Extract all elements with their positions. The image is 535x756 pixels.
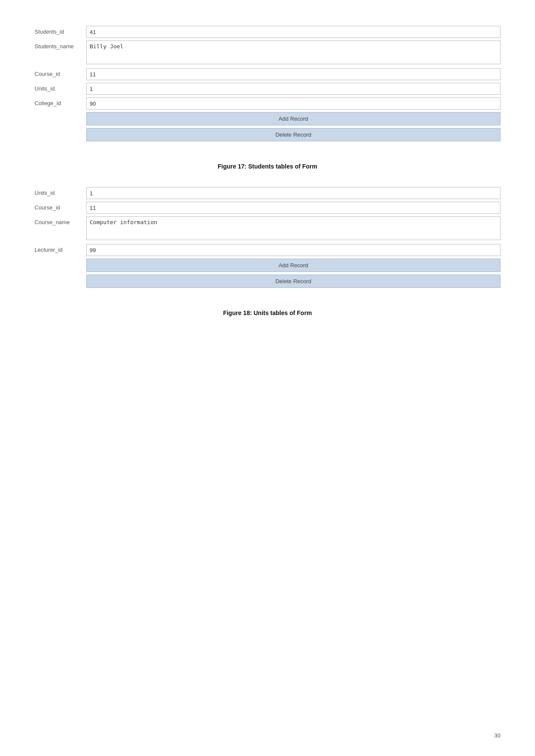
course-id-1-label: Course_id	[34, 68, 86, 77]
college-id-input-wrap	[86, 97, 501, 109]
add-record-1-button[interactable]: Add Record	[86, 112, 501, 125]
students-name-row: Students_name Billy Joel	[34, 41, 501, 66]
lecturer-id-input-wrap	[86, 244, 501, 256]
course-id-2-label: Course_id	[34, 202, 86, 211]
units-id-1-row: Units_id	[34, 83, 501, 95]
delete-record-1-button[interactable]: Delete Record	[86, 128, 501, 141]
students-name-input[interactable]: Billy Joel	[86, 41, 501, 64]
units-id-1-label: Units_id	[34, 83, 86, 92]
units-id-1-input[interactable]	[86, 83, 501, 95]
delete-record-1-row: Delete Record	[34, 128, 501, 141]
units-id-2-row: Units_id	[34, 187, 501, 199]
delete-record-2-spacer	[34, 275, 86, 288]
students-name-input-wrap: Billy Joel	[86, 41, 501, 66]
delete-record-1-spacer	[34, 128, 86, 141]
lecturer-id-label: Lecturer_id	[34, 244, 86, 253]
course-id-1-input[interactable]	[86, 68, 501, 80]
figure-17-caption: Figure 17: Students tables of Form	[34, 163, 501, 170]
figure-18-caption: Figure 18: Units tables of Form	[34, 309, 501, 316]
add-record-1-spacer	[34, 112, 86, 125]
students-name-label: Students_name	[34, 41, 86, 50]
course-name-input[interactable]: Computer information	[86, 216, 501, 240]
lecturer-id-input[interactable]	[86, 244, 501, 256]
delete-record-2-button[interactable]: Delete Record	[86, 275, 501, 288]
course-id-2-row: Course_id	[34, 202, 501, 214]
students-id-input[interactable]	[86, 26, 501, 38]
students-id-input-wrap	[86, 26, 501, 38]
course-id-1-input-wrap	[86, 68, 501, 80]
course-name-label: Course_name	[34, 216, 86, 225]
delete-record-2-row: Delete Record	[34, 275, 501, 288]
units-id-1-input-wrap	[86, 83, 501, 95]
students-id-row: Students_id	[34, 26, 501, 38]
add-record-2-button[interactable]: Add Record	[86, 259, 501, 272]
units-id-2-input-wrap	[86, 187, 501, 199]
add-record-2-spacer	[34, 259, 86, 272]
course-id-2-input-wrap	[86, 202, 501, 214]
course-id-2-input[interactable]	[86, 202, 501, 214]
add-record-1-row: Add Record	[34, 112, 501, 125]
units-id-2-label: Units_id	[34, 187, 86, 196]
course-name-row: Course_name Computer information	[34, 216, 501, 241]
units-form: Units_id Course_id Course_name Computer …	[34, 187, 501, 288]
course-id-1-row: Course_id	[34, 68, 501, 80]
college-id-label: College_id	[34, 97, 86, 106]
students-id-label: Students_id	[34, 26, 86, 35]
course-name-input-wrap: Computer information	[86, 216, 501, 241]
units-id-2-input[interactable]	[86, 187, 501, 199]
lecturer-id-row: Lecturer_id	[34, 244, 501, 256]
college-id-input[interactable]	[86, 97, 501, 109]
students-form: Students_id Students_name Billy Joel Cou…	[34, 26, 501, 141]
page-number: 30	[494, 732, 501, 739]
college-id-row: College_id	[34, 97, 501, 109]
add-record-2-row: Add Record	[34, 259, 501, 272]
